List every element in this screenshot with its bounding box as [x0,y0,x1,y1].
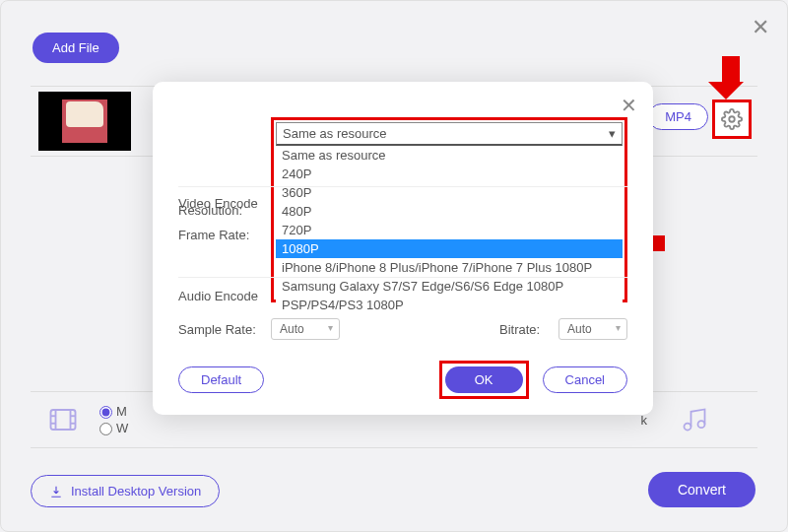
ok-button-highlight: OK [439,361,529,399]
resolution-option[interactable]: iPhone 8/iPhone 8 Plus/iPhone 7/iPhone 7… [276,258,623,277]
video-encoder-label: Video Encode [178,196,258,211]
output-format-pill[interactable]: MP4 [648,103,708,130]
chevron-down-icon: ▾ [609,126,616,141]
window-close-icon[interactable]: ✕ [752,15,769,40]
resolution-option[interactable]: Same as resource [276,146,623,165]
gear-icon [721,108,743,130]
ok-button[interactable]: OK [445,366,523,393]
sample-rate-label: Sample Rate: [178,322,271,337]
install-desktop-button[interactable]: Install Desktop Version [31,475,220,507]
dialog-close-icon[interactable]: ✕ [621,94,637,117]
radio-option-1[interactable]: M [99,404,128,419]
cancel-button[interactable]: Cancel [543,366,627,393]
video-thumbnail[interactable] [38,92,131,151]
annotation-arrow-down [717,56,744,100]
video-icon [46,405,80,434]
resolution-option[interactable]: 720P [276,221,623,239]
resolution-option[interactable]: 1080P [276,239,623,258]
resolution-option[interactable]: 240P [276,165,623,183]
audio-encoder-label: Audio Encode [178,289,258,303]
svg-point-9 [698,421,705,428]
svg-rect-1 [51,410,76,430]
sample-rate-select[interactable]: Auto [271,318,340,340]
resolution-option[interactable]: PSP/PS4/PS3 1080P [276,296,623,314]
radio-option-2[interactable]: W [99,421,128,435]
frame-rate-label: Frame Rate: [178,228,249,242]
music-icon[interactable] [681,406,708,433]
resolution-option[interactable]: 480P [276,202,623,221]
resolution-options-list: Same as resource240P360P480P720P1080PiPh… [276,146,623,314]
settings-button[interactable] [712,100,752,139]
resolution-select[interactable]: Same as resource ▾ [276,122,623,146]
resolution-dropdown-highlight: Same as resource ▾ Same as resource240P3… [271,117,627,302]
svg-point-8 [685,424,691,431]
resolution-selected-value: Same as resource [283,126,387,141]
svg-point-0 [729,116,735,122]
convert-button[interactable]: Convert [648,472,755,507]
bitrate-select[interactable]: Auto [558,318,627,340]
download-icon [49,485,63,499]
default-button[interactable]: Default [178,366,264,393]
add-file-button[interactable]: Add File [33,33,119,63]
bitrate-label: Bitrate: [499,322,558,337]
resolution-option[interactable]: Samsung Galaxy S7/S7 Edge/S6/S6 Edge 108… [276,277,623,296]
settings-dialog: ✕ Resolution: Same as resource ▾ Same as… [153,82,653,415]
